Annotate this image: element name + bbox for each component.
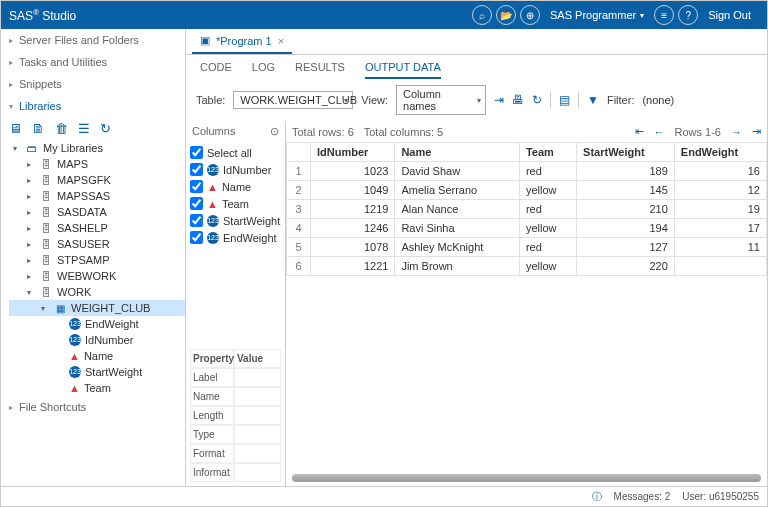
prop-row-name: Name (190, 387, 281, 406)
columns-options-icon[interactable]: ⊙ (270, 125, 279, 138)
last-page-icon[interactable]: ⇥ (752, 125, 761, 138)
search-icon[interactable]: ⌕ (472, 5, 492, 25)
col-item-startweight[interactable]: 123StartWeight (190, 212, 281, 229)
user-status: User: u61950255 (682, 491, 759, 502)
col-checkbox[interactable] (190, 197, 203, 210)
tree-col-team[interactable]: ▲Team (9, 380, 185, 396)
subtab-log[interactable]: LOG (252, 61, 275, 79)
col-item-team[interactable]: ▲Team (190, 195, 281, 212)
app-title: SAS® Studio (9, 8, 76, 23)
tree-col-startweight[interactable]: 123StartWeight (9, 364, 185, 380)
tree-my-libraries[interactable]: ▾🗃My Libraries (9, 140, 185, 156)
tree-col-endweight[interactable]: 123EndWeight (9, 316, 185, 332)
section-libraries[interactable]: Libraries (1, 95, 185, 117)
lib-tool-refresh-icon[interactable]: ↻ (100, 121, 111, 136)
col-header-endweight[interactable]: EndWeight (674, 143, 766, 162)
section-server-files[interactable]: Server Files and Folders (1, 29, 185, 51)
tree-lib-webwork[interactable]: ▸🗄WEBWORK (9, 268, 185, 284)
rows-range: Rows 1-6 (675, 126, 721, 138)
tree-lib-sasuser[interactable]: ▸🗄SASUSER (9, 236, 185, 252)
table-row[interactable]: 41246Ravi Sinhayellow19417 (287, 219, 767, 238)
view-dropdown[interactable]: Column names (396, 85, 486, 115)
library-tree: ▾🗃My Libraries▸🗄MAPS▸🗄MAPSGFK▸🗄MAPSSAS▸🗄… (1, 140, 185, 396)
subtab-output-data[interactable]: OUTPUT DATA (365, 61, 441, 79)
libraries-toolbar: 🖥 🗎 🗑 ☰ ↻ (1, 117, 185, 140)
tree-lib-stpsamp[interactable]: ▸🗄STPSAMP (9, 252, 185, 268)
tree-lib-mapsgfk[interactable]: ▸🗄MAPSGFK (9, 172, 185, 188)
table-row[interactable]: 61221Jim Brownyellow220 (287, 257, 767, 276)
col-header-name[interactable]: Name (395, 143, 520, 162)
sign-out-link[interactable]: Sign Out (708, 9, 751, 21)
col-item-idnumber[interactable]: 123IdNumber (190, 161, 281, 178)
tree-lib-sashelp[interactable]: ▸🗄SASHELP (9, 220, 185, 236)
view-label: View: (361, 94, 388, 106)
horizontal-scrollbar[interactable] (292, 474, 761, 482)
tree-table-weight-club[interactable]: ▾▦WEIGHT_CLUB (9, 300, 185, 316)
data-grid[interactable]: IdNumberNameTeamStartWeightEndWeight1102… (286, 142, 767, 470)
col-checkbox[interactable] (190, 214, 203, 227)
print-icon[interactable]: 🖶 (512, 93, 524, 107)
subtabs: CODE LOG RESULTS OUTPUT DATA (186, 55, 767, 79)
tree-col-idnumber[interactable]: 123IdNumber (9, 332, 185, 348)
toggle-columns-icon[interactable]: ▤ (559, 93, 570, 107)
help-icon[interactable]: ? (678, 5, 698, 25)
next-page-icon[interactable]: → (731, 126, 742, 138)
globe-icon[interactable]: ⊕ (520, 5, 540, 25)
export-icon[interactable]: ⇥ (494, 93, 504, 107)
open-icon[interactable]: 📂 (496, 5, 516, 25)
select-all-checkbox[interactable] (190, 146, 203, 159)
col-checkbox[interactable] (190, 231, 203, 244)
prop-row-format: Format (190, 444, 281, 463)
col-item-endweight[interactable]: 123EndWeight (190, 229, 281, 246)
messages-status[interactable]: Messages: 2 (614, 491, 671, 502)
refresh-icon[interactable]: ↻ (532, 93, 542, 107)
tree-lib-maps[interactable]: ▸🗄MAPS (9, 156, 185, 172)
table-row[interactable]: 31219Alan Nancered21019 (287, 200, 767, 219)
table-row[interactable]: 51078Ashley McKnightred12711 (287, 238, 767, 257)
tree-lib-mapssas[interactable]: ▸🗄MAPSSAS (9, 188, 185, 204)
data-grid-area: Total rows: 6 Total columns: 5 ⇤ ← Rows … (286, 121, 767, 486)
prop-row-informat: Informat (190, 463, 281, 482)
filter-label: Filter: (607, 94, 635, 106)
section-shortcuts[interactable]: File Shortcuts (1, 396, 185, 418)
lib-tool-delete-icon[interactable]: 🗑 (55, 121, 68, 136)
section-tasks[interactable]: Tasks and Utilities (1, 51, 185, 73)
filter-value: (none) (642, 94, 674, 106)
col-checkbox[interactable] (190, 180, 203, 193)
table-label: Table: (196, 94, 225, 106)
info-icon[interactable]: ⓘ (592, 490, 602, 504)
columns-heading: Columns (192, 125, 235, 138)
tree-lib-sasdata[interactable]: ▸🗄SASDATA (9, 204, 185, 220)
table-row[interactable]: 21049Amelia Serranoyellow14512 (287, 181, 767, 200)
tree-lib-work[interactable]: ▾🗄WORK (9, 284, 185, 300)
data-toolbar: Table: WORK.WEIGHT_CLUB View: Column nam… (186, 79, 767, 121)
tab-program1[interactable]: ▣ *Program 1 × (192, 29, 292, 54)
filter-icon[interactable]: ▼ (587, 93, 599, 107)
more-icon[interactable]: ≡ (654, 5, 674, 25)
subtab-results[interactable]: RESULTS (295, 61, 345, 79)
table-row[interactable]: 11023David Shawred18916 (287, 162, 767, 181)
lib-tool-view-icon[interactable]: 🖥 (9, 121, 22, 136)
role-dropdown[interactable]: SAS Programmer ▾ (550, 9, 644, 21)
table-dropdown[interactable]: WORK.WEIGHT_CLUB (233, 91, 353, 109)
properties-panel: PropertyValueLabelNameLengthTypeFormatIn… (186, 345, 285, 486)
col-header-team[interactable]: Team (519, 143, 576, 162)
lib-tool-new-icon[interactable]: 🗎 (32, 121, 45, 136)
tree-col-name[interactable]: ▲Name (9, 348, 185, 364)
col-header-startweight[interactable]: StartWeight (577, 143, 675, 162)
select-all-row[interactable]: Select all (190, 144, 281, 161)
section-snippets[interactable]: Snippets (1, 73, 185, 95)
columns-list: Select all123IdNumber▲Name▲Team123StartW… (186, 142, 285, 345)
col-checkbox[interactable] (190, 163, 203, 176)
first-page-icon[interactable]: ⇤ (635, 125, 644, 138)
col-item-name[interactable]: ▲Name (190, 178, 281, 195)
subtab-code[interactable]: CODE (200, 61, 232, 79)
prev-page-icon[interactable]: ← (654, 126, 665, 138)
prop-row-type: Type (190, 425, 281, 444)
columns-panel: Columns ⊙ Select all123IdNumber▲Name▲Tea… (186, 121, 286, 486)
close-icon[interactable]: × (278, 35, 284, 47)
col-header-idnumber[interactable]: IdNumber (311, 143, 395, 162)
program-tabs: ▣ *Program 1 × (186, 29, 767, 55)
lib-tool-props-icon[interactable]: ☰ (78, 121, 90, 136)
rownum-header[interactable] (287, 143, 311, 162)
